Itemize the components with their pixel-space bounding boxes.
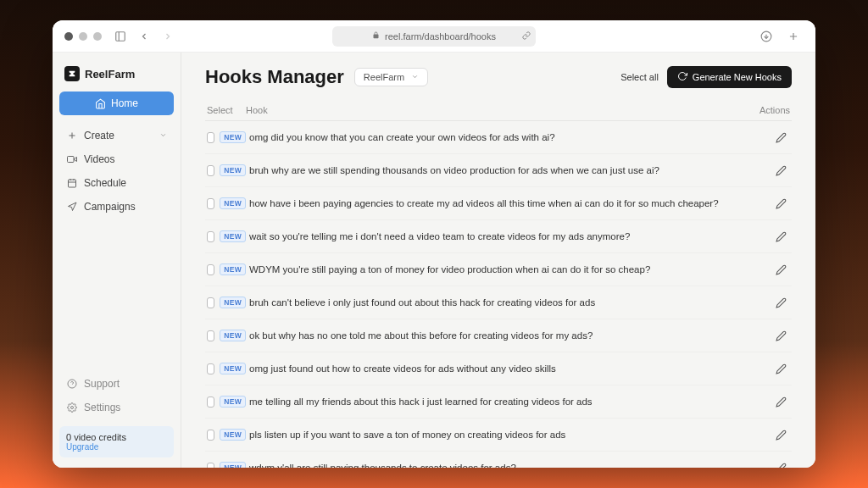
row-select: NEW	[207, 164, 246, 176]
row-select: NEW	[207, 396, 246, 408]
row-select: NEW	[207, 263, 246, 275]
sidebar-nav: CreateVideosScheduleCampaigns	[59, 124, 174, 219]
row-checkbox[interactable]	[207, 297, 214, 308]
row-actions	[748, 359, 790, 378]
nav-label: Support	[84, 378, 120, 390]
sidebar-item-campaigns[interactable]: Campaigns	[59, 195, 174, 219]
row-checkbox[interactable]	[207, 363, 214, 374]
table-row: NEWme telling all my friends about this …	[205, 385, 792, 419]
home-label: Home	[111, 97, 138, 109]
support-icon	[66, 379, 77, 390]
table-row: NEWhow have i been paying agencies to cr…	[205, 187, 792, 220]
share-icon[interactable]	[522, 31, 531, 42]
nav-label: Create	[84, 130, 114, 141]
forward-button[interactable]	[158, 26, 178, 47]
sidebar-item-videos[interactable]: Videos	[59, 147, 174, 171]
settings-icon	[66, 402, 77, 413]
new-tab-icon[interactable]	[783, 26, 804, 47]
edit-button[interactable]	[771, 293, 790, 312]
edit-button[interactable]	[771, 359, 790, 378]
logo-text: ReelFarm	[85, 68, 135, 80]
new-badge: NEW	[220, 197, 246, 209]
row-checkbox[interactable]	[207, 198, 214, 209]
create-icon	[66, 130, 77, 141]
app-body: ReelFarm Home CreateVideosScheduleCampai…	[53, 53, 815, 468]
page-header: Hooks Manager ReelFarm Select all Genera…	[205, 66, 792, 88]
edit-button[interactable]	[771, 128, 790, 147]
select-all-button[interactable]: Select all	[620, 72, 659, 82]
row-select: NEW	[207, 429, 246, 441]
generate-label: Generate New Hooks	[693, 72, 782, 82]
th-select: Select	[207, 105, 246, 115]
row-checkbox[interactable]	[207, 132, 214, 143]
sidebar-item-create[interactable]: Create	[59, 124, 174, 147]
row-checkbox[interactable]	[207, 330, 214, 341]
hook-text: wait so you're telling me i don't need a…	[246, 231, 748, 241]
window-maximize[interactable]	[93, 32, 102, 41]
svg-rect-10	[68, 180, 75, 187]
new-badge: NEW	[220, 330, 246, 341]
row-checkbox[interactable]	[207, 430, 214, 441]
edit-button[interactable]	[771, 227, 790, 246]
row-actions	[748, 425, 790, 444]
hook-text: pls listen up if you want to save a ton …	[246, 430, 748, 440]
row-checkbox[interactable]	[207, 231, 214, 242]
sidebar-item-support[interactable]: Support	[59, 372, 174, 396]
logo-icon	[64, 66, 80, 81]
hook-text: omg did you know that you can create you…	[246, 132, 748, 142]
row-actions	[748, 260, 790, 279]
credits-title: 0 video credits	[66, 432, 167, 442]
edit-button[interactable]	[771, 161, 790, 180]
edit-button[interactable]	[771, 392, 790, 411]
edit-button[interactable]	[771, 425, 790, 444]
row-select: NEW	[207, 297, 246, 308]
new-badge: NEW	[220, 297, 246, 308]
hook-text: bruh can't believe i only just found out…	[246, 297, 748, 308]
download-icon[interactable]	[756, 26, 776, 47]
browser-window: reel.farm/dashboard/hooks ReelFarm	[53, 20, 815, 468]
table-row: NEWbruh can't believe i only just found …	[205, 286, 792, 319]
window-close[interactable]	[64, 32, 73, 41]
campaigns-icon	[66, 202, 77, 213]
row-checkbox[interactable]	[207, 396, 214, 408]
edit-button[interactable]	[771, 458, 790, 468]
row-checkbox[interactable]	[207, 463, 214, 469]
sidebar-toggle-icon[interactable]	[110, 26, 131, 47]
row-checkbox[interactable]	[207, 165, 214, 176]
svg-marker-8	[74, 158, 77, 162]
row-select: NEW	[207, 197, 246, 209]
window-minimize[interactable]	[79, 32, 87, 41]
row-actions	[748, 227, 790, 246]
refresh-icon	[677, 71, 687, 83]
new-badge: NEW	[220, 230, 246, 242]
row-checkbox[interactable]	[207, 264, 214, 275]
credits-box: 0 video credits Upgrade	[59, 426, 174, 458]
row-actions	[748, 194, 790, 213]
svg-point-16	[70, 407, 73, 409]
browser-chrome: reel.farm/dashboard/hooks	[53, 20, 815, 53]
edit-button[interactable]	[771, 194, 790, 213]
edit-button[interactable]	[771, 326, 790, 345]
row-actions	[748, 392, 790, 411]
th-actions: Actions	[748, 105, 790, 115]
back-button[interactable]	[134, 26, 154, 47]
th-hook: Hook	[246, 105, 748, 115]
browser-right-controls	[756, 26, 804, 47]
new-badge: NEW	[220, 396, 246, 408]
row-select: NEW	[207, 363, 246, 374]
url-bar[interactable]: reel.farm/dashboard/hooks	[332, 26, 536, 47]
sidebar-item-settings[interactable]: Settings	[59, 396, 174, 419]
header-actions: Select all Generate New Hooks	[620, 66, 792, 88]
table-header: Select Hook Actions	[205, 100, 792, 121]
chevron-down-icon	[411, 73, 419, 82]
sidebar-item-schedule[interactable]: Schedule	[59, 171, 174, 195]
svg-rect-9	[67, 157, 74, 163]
edit-button[interactable]	[771, 260, 790, 279]
upgrade-link[interactable]: Upgrade	[66, 442, 167, 452]
logo[interactable]: ReelFarm	[59, 63, 174, 92]
new-badge: NEW	[220, 263, 246, 275]
org-label: ReelFarm	[364, 72, 404, 82]
generate-hooks-button[interactable]: Generate New Hooks	[667, 66, 792, 88]
org-select[interactable]: ReelFarm	[354, 68, 428, 86]
home-button[interactable]: Home	[59, 92, 174, 115]
